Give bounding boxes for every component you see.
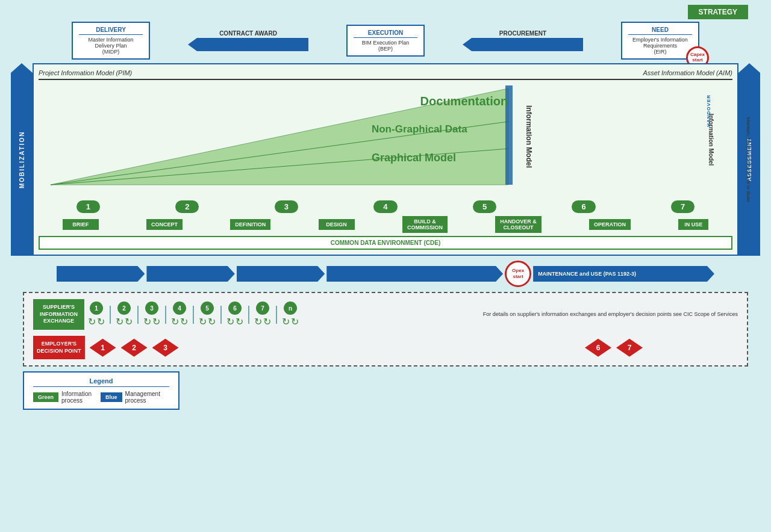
cycle-icon-na: ↻: [282, 316, 290, 327]
cycle-icon-7a: ↻: [254, 316, 262, 327]
opex-circle: Opex start: [505, 261, 531, 287]
stage-pill-3: 3: [275, 200, 298, 213]
stage-label-2: CONCEPT: [146, 219, 183, 230]
employer-diamond-6: 6: [585, 339, 611, 357]
stage-label-1: BRIEF: [63, 219, 99, 230]
info-model-label: Information Model: [708, 114, 714, 166]
execution-box: EXECUTION BIM Execution Plan(BEP): [346, 25, 425, 57]
delivery-box: DELIVERY Master InformationDelivery Plan…: [72, 22, 150, 60]
employer-diamond-2: 2: [121, 339, 148, 357]
cycle-icon-3a: ↻: [143, 316, 151, 327]
legend-title: Legend: [33, 377, 169, 387]
need-title: NEED: [628, 26, 692, 35]
need-box: NEED Employer's InformationRequirements(…: [621, 22, 699, 60]
supplier-stage-pill-n: n: [284, 302, 297, 315]
stage-pill-4: 4: [373, 200, 397, 213]
supplier-stage-pill-4: 4: [173, 302, 186, 315]
supplier-stage-pill-7: 7: [256, 302, 269, 315]
svg-text:Information Model: Information Model: [525, 105, 533, 168]
non-graphical-label: Non-Graphical Data: [372, 123, 467, 135]
supplier-note: For details on supplier's information ex…: [483, 311, 738, 318]
stage-pill-2: 2: [175, 200, 199, 213]
delivery-title: DELIVERY: [79, 26, 143, 35]
cycle-icon-5b: ↻: [208, 316, 216, 327]
cycle-icon-6a: ↻: [226, 316, 234, 327]
assessment-sub-label: Maintain, Returbish, End of Life or Buil…: [746, 111, 751, 208]
main-diagram-box: Project Information Model (PIM) Asset In…: [33, 63, 738, 256]
need-content: Employer's InformationRequirements(EIR): [628, 37, 692, 55]
cycle-icon-1b: ↻: [97, 316, 105, 327]
legend-green-text: Informationprocess: [61, 391, 92, 404]
stage-label-3: DEFINITION: [230, 219, 270, 230]
employer-diamond-3: 3: [152, 339, 179, 357]
execution-title: EXECUTION: [354, 29, 417, 38]
employer-diamond-1: 1: [90, 339, 116, 357]
stage-pill-6: 6: [572, 200, 595, 213]
supplier-stage-pill-3: 3: [145, 302, 158, 315]
supplier-stage-pill-5: 5: [201, 302, 214, 315]
mobilization-arrow: MOBILIZATION: [11, 63, 33, 256]
documentation-label: Documentation: [420, 94, 508, 108]
stage-pill-1: 1: [76, 200, 100, 213]
procurement-label: PROCUREMENT: [499, 30, 546, 37]
stage-label-5: BUILD &COMMISSION: [402, 216, 448, 233]
supplier-stage-pill-2: 2: [117, 302, 131, 315]
stage-label-4: DESIGN: [319, 219, 355, 230]
legend-blue-label: Blue: [101, 392, 122, 402]
cycle-icon-7b: ↻: [263, 316, 271, 327]
maintenance-bar: MAINTENANCE and USE (PAS 1192-3): [533, 266, 714, 282]
cycle-icon-3b: ↻: [152, 316, 160, 327]
legend-green-label: Green: [33, 392, 58, 402]
cycle-icon-2b: ↻: [125, 316, 133, 327]
stage-label-inuse: IN USE: [678, 219, 708, 230]
pim-label: Project Information Model (PIM): [39, 69, 132, 76]
supplier-badge: SUPPLIER'SINFORMATIONEXCHANGE: [33, 299, 84, 330]
legend-blue-text: Managementprocess: [125, 391, 160, 404]
cycle-icon-4b: ↻: [180, 316, 188, 327]
stage-label-6: HANDOVER &CLOSEOUT: [495, 216, 542, 233]
graphical-model-label: Graphical Model: [372, 152, 456, 164]
supplier-stage-pill-6: 6: [228, 302, 242, 315]
stage-label-7: OPERATION: [589, 219, 631, 230]
cycle-icon-2a: ↻: [116, 316, 123, 327]
strategy-box: STRATEGY: [688, 5, 748, 19]
employer-badge: EMPLOYER'SDECISION POINT: [33, 336, 85, 359]
cycle-icon-1a: ↻: [88, 316, 96, 327]
execution-content: BIM Execution Plan(BEP): [354, 40, 417, 52]
cde-bar: COMMON DATA ENVIRONMENT (CDE): [39, 236, 732, 250]
aim-label: Asset Information Model (AIM): [643, 69, 732, 76]
cycle-icon-5a: ↻: [199, 316, 207, 327]
cycle-icon-4a: ↻: [171, 316, 179, 327]
stage-pill-5: 5: [473, 200, 496, 213]
cycle-icon-nb: ↻: [291, 316, 299, 327]
cycle-icon-6b: ↻: [236, 316, 243, 327]
diagram-svg: Information Model: [39, 82, 732, 197]
delivery-content: Master InformationDelivery Plan(MIDP): [79, 37, 143, 55]
lower-section: SUPPLIER'SINFORMATIONEXCHANGE 1 ↻ ↻ 2 ↻ …: [23, 292, 748, 367]
legend-box: Legend Green Informationprocess Blue Man…: [23, 371, 179, 410]
assessment-column: ASSESSMENT Maintain, Returbish, End of L…: [738, 63, 760, 256]
stage-pill-7: 7: [671, 200, 695, 213]
employer-diamond-7: 7: [616, 339, 643, 357]
supplier-stage-pill-1: 1: [90, 302, 103, 315]
contract-award-label: CONTRACT AWARD: [219, 30, 277, 37]
